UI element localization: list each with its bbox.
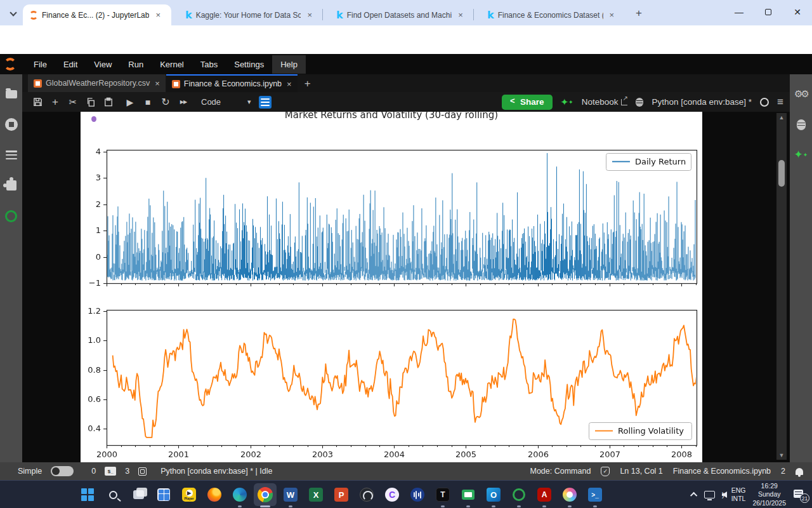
browser-tab-title: Kaggle: Your Home for Data Sci (196, 11, 301, 20)
tab-search-button[interactable] (6, 6, 20, 20)
browser-tab-2[interactable]: k Kaggle: Your Home for Data Sci × (179, 4, 320, 25)
doc-tab-close-icon[interactable]: × (155, 79, 160, 88)
extension-manager-icon[interactable] (4, 178, 18, 192)
window-close-button[interactable]: ✕ (783, 0, 812, 24)
menu-file[interactable]: File (25, 55, 55, 74)
taskbar-acrobat[interactable]: A (532, 481, 557, 508)
clock-date[interactable]: 16:29Sunday26/10/2025 (752, 482, 786, 507)
taskbar-audacity[interactable] (405, 481, 430, 508)
notification-center-button[interactable]: 21 (793, 490, 806, 500)
language-indicator[interactable]: ENGINTL (731, 486, 746, 503)
simple-mode-toggle[interactable] (51, 466, 74, 476)
kernel-name-button[interactable]: Python [conda env:base] * (652, 97, 752, 107)
network-icon[interactable] (704, 491, 715, 498)
taskbar-word[interactable]: W (278, 481, 303, 508)
mode-indicator[interactable]: Mode: Command (530, 467, 591, 476)
menu-kernel[interactable]: Kernel (152, 55, 192, 74)
doc-tab-close-icon[interactable]: × (287, 79, 292, 89)
taskbar-powershell[interactable]: >_ (582, 481, 608, 508)
audacity-icon (410, 488, 424, 502)
taskbar-chrome[interactable] (252, 481, 278, 508)
menu-view[interactable]: View (86, 55, 120, 74)
taskbar-dark-app[interactable]: T (430, 481, 455, 508)
ai-sparkles-icon[interactable]: ✦✦ (561, 99, 573, 105)
toolbar-overflow-menu[interactable]: ≡ (777, 96, 783, 109)
word-icon: W (284, 488, 298, 502)
taskbar-start-button[interactable] (75, 481, 100, 508)
property-inspector-gears-icon[interactable]: ⚙⚙ (794, 87, 808, 101)
running-kernels-icon[interactable] (4, 117, 18, 131)
tab-close-icon[interactable]: × (304, 10, 315, 20)
kernels-count[interactable]: 3 (125, 467, 129, 476)
file-browser-icon[interactable] (4, 87, 18, 101)
new-tab-button[interactable]: + (632, 6, 646, 20)
kernel-status-text[interactable]: Python [conda env:base] * | Idle (160, 467, 272, 476)
menu-edit[interactable]: Edit (55, 55, 86, 74)
tab-close-icon[interactable]: × (455, 10, 466, 20)
table-of-contents-icon[interactable] (4, 148, 18, 162)
browser-tab-3[interactable]: k Find Open Datasets and Machi × (330, 4, 471, 25)
tray-chevron-up-icon[interactable] (690, 492, 697, 499)
taskbar-paint[interactable] (557, 481, 582, 508)
volume-icon[interactable]: ) (722, 491, 724, 498)
menu-tabs[interactable]: Tabs (192, 55, 226, 74)
notebook-scrollbar[interactable]: ▲ ▼ (776, 113, 787, 460)
powerpoint-icon: P (334, 488, 348, 502)
share-button[interactable]: Share (502, 95, 553, 110)
paste-cells-button[interactable] (100, 95, 117, 109)
kernel-status-icon[interactable] (760, 98, 769, 107)
browser-tab-1[interactable]: Finance & Ec... (2) - JupyterLab × (23, 4, 171, 25)
taskbar-excel[interactable]: X (303, 481, 329, 508)
notebook-external-link[interactable]: Notebook (582, 97, 628, 107)
add-cell-button[interactable]: + (46, 95, 64, 109)
run-cell-button[interactable]: ▶ (121, 95, 139, 109)
taskbar-edge[interactable] (227, 481, 252, 508)
new-launcher-button[interactable]: + (298, 77, 317, 92)
menu-settings[interactable]: Settings (226, 55, 272, 74)
taskbar-widgets-button[interactable] (151, 481, 176, 508)
tab-close-icon[interactable]: × (607, 10, 617, 20)
doc-tab-notebook[interactable]: Finance & Economics.ipynb × (166, 74, 298, 92)
taskbar-firefox[interactable] (202, 481, 227, 508)
window-restore-button[interactable] (754, 0, 783, 24)
terminals-count[interactable]: 0 (91, 467, 96, 476)
green-ring-extension-icon[interactable] (4, 209, 18, 223)
scroll-up-icon[interactable]: ▲ (776, 113, 787, 122)
taskbar-task-view-button[interactable] (126, 481, 151, 508)
scrollbar-thumb[interactable] (778, 160, 785, 187)
cursor-position[interactable]: Ln 13, Col 1 (620, 467, 662, 476)
doc-tab-csv[interactable]: GlobalWeatherRepository.csv × (28, 74, 166, 92)
chevron-down-icon[interactable]: ▾ (247, 98, 251, 106)
taskbar-obs[interactable] (354, 481, 379, 508)
tab-close-icon[interactable]: × (153, 10, 163, 20)
debugger-bug-icon[interactable] (794, 117, 808, 131)
notebook-settings-sliders-icon[interactable] (259, 96, 272, 109)
menu-help[interactable]: Help (272, 55, 306, 74)
simple-mode-label: Simple (18, 467, 42, 476)
shield-check-icon[interactable]: ✓ (601, 467, 610, 476)
cell-type-dropdown[interactable]: Code (201, 97, 221, 107)
save-button[interactable] (29, 95, 46, 109)
taskbar-clipchamp[interactable]: C (379, 481, 405, 508)
taskbar-green-ring-app[interactable] (506, 481, 532, 508)
restart-kernel-button[interactable]: ↻ (157, 95, 174, 109)
taskbar-google-chat[interactable] (455, 481, 481, 508)
taskbar-outlook[interactable]: O (481, 481, 506, 508)
ai-sparkles-icon[interactable]: ✦✦ (794, 148, 808, 162)
notification-count[interactable]: 2 (781, 467, 785, 476)
interrupt-kernel-button[interactable]: ■ (139, 95, 157, 109)
menu-run[interactable]: Run (120, 55, 152, 74)
restart-run-all-button[interactable]: ▶▶ (174, 95, 192, 109)
jupyterlab-window: File Edit View Run Kernel Tabs Settings … (0, 54, 812, 462)
cell-collapser-dot[interactable] (91, 116, 96, 122)
browser-tab-4[interactable]: k Finance & Economics Dataset (2 × (481, 4, 622, 25)
copy-cells-button[interactable] (82, 95, 100, 109)
taskbar-media-player[interactable]: ▶Player (176, 481, 202, 508)
window-minimize-button[interactable]: — (724, 0, 754, 24)
cut-cells-button[interactable]: ✂ (64, 95, 82, 109)
taskbar-search-button[interactable] (100, 481, 126, 508)
taskbar-powerpoint[interactable]: P (329, 481, 354, 508)
bell-icon[interactable] (796, 468, 803, 475)
scroll-down-icon[interactable]: ▼ (776, 451, 787, 460)
debugger-bug-icon[interactable] (636, 98, 643, 107)
